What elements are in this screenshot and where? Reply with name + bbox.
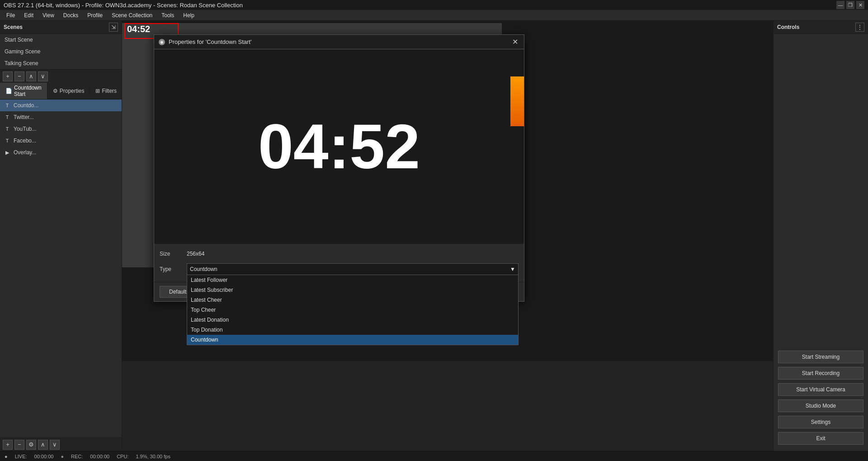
dropdown-item-countdown[interactable]: Countdown: [187, 335, 518, 345]
cpu-label: CPU:: [117, 454, 128, 459]
type-selected-value: Countdown: [190, 266, 217, 272]
live-time: 00:00:00: [34, 454, 54, 459]
size-value: 256x64: [187, 251, 519, 257]
close-button[interactable]: ✕: [856, 1, 864, 9]
menu-scene-collection[interactable]: Scene Collection: [107, 11, 157, 19]
dropdown-item-0[interactable]: Latest Follower: [187, 275, 518, 285]
dialog-title-content: ◉ Properties for 'Countdown Start': [159, 38, 251, 45]
title-text: OBS 27.2.1 (64-bit, windows) - Profile: …: [4, 2, 243, 9]
dropdown-item-4[interactable]: Latest Donation: [187, 315, 518, 325]
menu-edit[interactable]: Edit: [19, 11, 38, 19]
dialog-title-text: Properties for 'Countdown Start': [169, 38, 251, 45]
menu-view[interactable]: View: [38, 11, 59, 19]
menu-profile[interactable]: Profile: [83, 11, 107, 19]
type-row: Type Countdown ▼ Latest Follower Latest …: [160, 263, 519, 276]
dropdown-item-2[interactable]: Latest Cheer: [187, 295, 518, 305]
title-bar: OBS 27.2.1 (64-bit, windows) - Profile: …: [0, 0, 868, 10]
dialog-overlay: ◉ Properties for 'Countdown Start' ✕ 04:…: [0, 21, 868, 451]
dropdown-item-3[interactable]: Top Cheer: [187, 305, 518, 315]
rec-label: REC:: [71, 454, 83, 459]
cpu-value: 1.9%, 30.00 fps: [136, 454, 170, 459]
size-label: Size: [160, 251, 187, 257]
type-dropdown[interactable]: Countdown ▼ Latest Follower Latest Subsc…: [187, 263, 519, 275]
size-row: Size 256x64: [160, 247, 519, 260]
menu-help[interactable]: Help: [179, 11, 199, 19]
properties-dialog: ◉ Properties for 'Countdown Start' ✕ 04:…: [154, 34, 524, 302]
title-bar-controls: — ❐ ✕: [836, 1, 864, 9]
status-bar: ● LIVE: 00:00:00 ● REC: 00:00:00 CPU: 1.…: [0, 451, 868, 461]
type-label: Type: [160, 266, 187, 272]
menu-docks[interactable]: Docks: [59, 11, 83, 19]
menu-tools[interactable]: Tools: [157, 11, 179, 19]
dialog-preview-timer: 04:52: [258, 110, 420, 183]
dropdown-item-5[interactable]: Top Donation: [187, 325, 518, 335]
menu-file[interactable]: File: [2, 11, 19, 19]
dropdown-item-1[interactable]: Latest Subscriber: [187, 285, 518, 295]
minimize-button[interactable]: —: [836, 1, 844, 9]
rec-time: 00:00:00: [90, 454, 109, 459]
dialog-form: Size 256x64 Type Countdown ▼ Latest Foll…: [154, 244, 524, 282]
rec-dot: ●: [61, 454, 64, 459]
dropdown-list: Latest Follower Latest Subscriber Latest…: [187, 275, 519, 345]
type-select-display[interactable]: Countdown ▼: [187, 263, 519, 275]
dialog-title-bar: ◉ Properties for 'Countdown Start' ✕: [154, 35, 524, 49]
dialog-close-button[interactable]: ✕: [510, 38, 519, 47]
dropdown-chevron-icon: ▼: [510, 266, 515, 272]
menu-bar: File Edit View Docks Profile Scene Colle…: [0, 10, 868, 21]
dialog-preview: 04:52: [154, 49, 524, 244]
network-icon: ●: [5, 454, 8, 459]
dialog-orange-bar: [510, 76, 524, 126]
live-label: LIVE:: [15, 454, 27, 459]
obs-logo-icon: ◉: [159, 39, 165, 45]
maximize-button[interactable]: ❐: [846, 1, 854, 9]
